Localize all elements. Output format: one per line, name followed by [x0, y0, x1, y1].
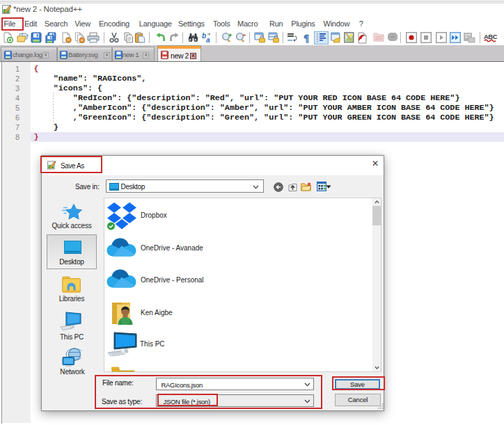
- svg-text:a: a: [206, 36, 210, 43]
- svg-text:ABC: ABC: [484, 33, 497, 40]
- svg-text:¶: ¶: [304, 33, 309, 44]
